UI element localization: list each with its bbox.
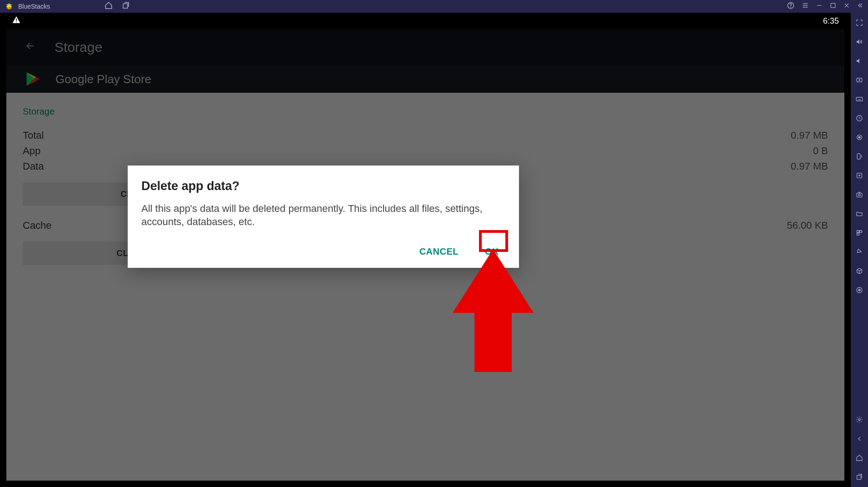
svg-rect-7 xyxy=(831,3,835,7)
svg-point-30 xyxy=(858,289,860,291)
svg-rect-27 xyxy=(860,231,862,233)
home-icon[interactable] xyxy=(105,1,113,11)
keyboard-controls-icon[interactable] xyxy=(855,75,864,85)
sync-icon[interactable] xyxy=(855,114,864,123)
svg-point-31 xyxy=(858,419,860,421)
fullscreen-icon[interactable] xyxy=(855,18,864,27)
screenshot-icon[interactable] xyxy=(855,190,864,199)
svg-point-2 xyxy=(791,7,791,8)
menu-icon[interactable] xyxy=(802,2,809,11)
recent-apps-icon[interactable] xyxy=(122,1,130,11)
volume-down-icon[interactable] xyxy=(855,56,864,65)
svg-rect-28 xyxy=(857,233,859,236)
titlebar: BlueStacks xyxy=(0,0,868,13)
android-viewport: 6:35 Storage Google Play Store Storage xyxy=(0,13,851,487)
keyboard-icon[interactable] xyxy=(855,95,864,104)
volume-up-icon[interactable] xyxy=(855,37,864,46)
svg-point-21 xyxy=(858,136,860,138)
dialog-actions: CANCEL OK xyxy=(141,242,505,261)
svg-rect-13 xyxy=(856,97,862,101)
dialog-body: All this app's data will be deleted perm… xyxy=(141,202,505,228)
android-recent-icon[interactable] xyxy=(855,472,864,482)
rotate-icon[interactable] xyxy=(855,152,864,161)
dialog-title: Delete app data? xyxy=(141,179,505,193)
macro-icon[interactable] xyxy=(855,286,864,295)
minimize-icon[interactable] xyxy=(816,2,823,10)
svg-point-25 xyxy=(858,194,860,196)
svg-rect-0 xyxy=(123,4,128,8)
close-icon[interactable] xyxy=(843,2,850,10)
svg-rect-32 xyxy=(857,476,861,480)
media-folder-icon[interactable] xyxy=(855,228,864,237)
svg-rect-26 xyxy=(857,231,859,233)
android-home-icon[interactable] xyxy=(855,453,864,462)
bluestacks-sidebar xyxy=(851,13,868,487)
svg-rect-22 xyxy=(857,154,860,159)
app-title: BlueStacks xyxy=(18,3,50,10)
help-icon[interactable] xyxy=(787,2,794,11)
folder-icon[interactable] xyxy=(855,209,864,218)
multi-instance-icon[interactable] xyxy=(855,266,864,276)
annotation-arrow-icon xyxy=(453,249,534,372)
location-icon[interactable] xyxy=(855,133,864,142)
annotation-highlight xyxy=(479,230,508,252)
gear-icon[interactable] xyxy=(855,415,864,424)
svg-rect-11 xyxy=(16,21,17,22)
clock: 6:35 xyxy=(823,16,839,26)
svg-rect-24 xyxy=(857,193,862,197)
collapse-sidebar-icon[interactable] xyxy=(857,2,863,10)
titlebar-nav xyxy=(105,1,130,11)
svg-rect-10 xyxy=(16,18,17,20)
shake-icon[interactable] xyxy=(855,247,864,256)
titlebar-controls xyxy=(787,2,863,11)
bluestacks-logo-icon xyxy=(5,2,14,11)
warning-icon xyxy=(12,15,21,27)
maximize-icon[interactable] xyxy=(830,2,836,10)
install-apk-icon[interactable] xyxy=(855,171,864,180)
android-statusbar: 6:35 xyxy=(6,13,844,29)
android-back-icon[interactable] xyxy=(855,434,864,443)
